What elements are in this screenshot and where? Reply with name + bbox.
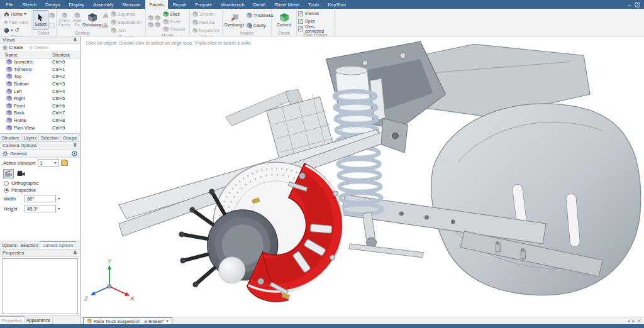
camera-tool-button[interactable] [3,169,14,178]
help-icon[interactable]: ? [635,2,640,8]
shell-button[interactable]: Shell [162,10,187,18]
shrinkwrap-button[interactable]: Shrinkwrap [83,10,102,30]
panel-tab[interactable]: Views [79,134,80,141]
thickness-button[interactable]: Thickness [245,11,275,19]
menu-tab[interactable]: Prepare [191,0,216,9]
menu-tab[interactable]: Facets [145,0,169,9]
panel-tab[interactable]: Options - Selection [0,241,40,249]
modify-cube-icon[interactable] [155,22,160,28]
menu-tab[interactable]: Workbench [216,0,249,9]
pin-icon[interactable] [73,143,77,148]
select-tool-button[interactable]: Select [33,10,48,30]
panel-tab[interactable]: Layers [22,134,39,141]
options-help-icon[interactable] [72,151,77,156]
home-view-button[interactable]: Home [3,10,30,18]
modify-cube-icon[interactable] [148,22,153,28]
edge-display-checkbox[interactable]: Over-connected [298,25,333,32]
organize-button[interactable]: Separate [109,10,144,18]
properties-grid[interactable] [2,258,78,314]
pin-icon[interactable] [73,250,77,256]
menu-tab[interactable]: KeyShot [324,0,350,9]
orthographic-option[interactable]: Orthographic [0,180,80,187]
create-view-button[interactable]: Create [3,45,23,50]
delete-view-button[interactable]: Delete [28,45,48,50]
menu-tab[interactable]: Repair [168,0,191,9]
panel-tab[interactable]: Groups [61,134,79,141]
menu-tab[interactable]: File [1,0,18,9]
panel-tab[interactable]: Structure [0,134,22,141]
view-list-item[interactable]: Bottom Ctrl+3 [0,80,80,88]
scale-button[interactable]: Scale [162,18,187,25]
edge-display-checkbox[interactable]: Open [298,18,333,25]
views-list: Isometric Ctrl+0 Trimetric Ctrl+1 Top Ct… [0,58,80,133]
organize-button[interactable]: Separate All [109,18,144,26]
tab-close-icon[interactable]: ✕ [637,319,641,324]
convert-button[interactable]: Convert [273,10,295,30]
edge-display-checkbox[interactable]: Internal [298,10,333,17]
ribbon-group-adjust: Smooth Reduce Regularize Adjust [190,9,223,36]
view-list-item[interactable]: Right Ctrl+5 [0,95,80,102]
view-list-item[interactable]: Back Ctrl+7 [0,109,80,117]
menu-tab[interactable]: Tools [304,0,324,9]
document-tab[interactable]: Race Truck Suspension - w Brakes* [83,317,172,324]
video-camera-button[interactable] [16,169,26,178]
view-list-item[interactable]: Left Ctrl+4 [0,87,80,95]
radio-icon [4,181,9,186]
create-view-icon [3,45,8,50]
model-viewport[interactable]: Click an object. Double-click to select … [80,36,644,317]
thicken-button[interactable]: Thicken [162,25,187,33]
menu-tab[interactable]: Design [41,0,64,9]
column-header-shortcut[interactable]: Shortcut [52,52,77,58]
spin-tools[interactable]: ↺ [3,26,30,34]
select-filter-icon[interactable] [49,13,55,18]
menu-tab[interactable]: Measure [118,0,145,9]
camera-arrow-icon [4,170,13,177]
panel-tab[interactable]: Camera Options [40,241,76,249]
chevron-down-icon[interactable] [166,320,169,322]
width-input[interactable]: 80° [25,195,56,202]
organize-button[interactable]: Join [109,26,144,34]
adjust-button[interactable]: Reduce [191,18,221,26]
view-list-item[interactable]: Top Ctrl+2 [0,73,80,80]
general-section-label[interactable]: General [10,151,27,156]
viewport-layout-icon[interactable] [61,160,68,166]
view-list-item[interactable]: Plan View Ctrl+9 [0,124,80,131]
scale-icon [163,19,169,25]
cavity-button[interactable]: Cavity [245,21,275,29]
height-input[interactable]: 45.3° [25,205,56,212]
width-spinner-icon[interactable] [58,198,60,200]
menu-tab[interactable]: Display [64,0,89,9]
modify-cube-icon[interactable] [155,15,160,21]
panel-tab[interactable]: Appearance [25,316,53,324]
menu-tab[interactable]: Detail [249,0,270,9]
ribbon-group-edge-display: Internal Open Over-connected Edge Displa… [297,9,335,36]
ribbon-group-cleanup: Check Facets Auto Fix Shrinkwrap Cleanup [57,9,108,36]
plan-view-button[interactable]: Plan View [3,18,30,26]
menu-tab[interactable]: Sketch [18,0,41,9]
select-box-icon[interactable] [49,23,55,28]
shell-icon [163,11,169,17]
adjust-button[interactable]: Smooth [191,10,221,18]
auto-fix-button[interactable]: Auto Fix [72,10,82,30]
menu-tab[interactable]: Assembly [89,0,118,9]
view-list-item[interactable]: Front Ctrl+6 [0,102,80,110]
pin-icon[interactable] [73,37,77,43]
active-viewport-select[interactable]: 1 [38,159,59,167]
panel-tab[interactable]: Properties [0,316,25,324]
perspective-option[interactable]: Perspective [0,187,80,194]
spin-icon[interactable]: ↺ [14,28,19,33]
check-facets-button[interactable]: Check Facets [58,10,71,30]
tab-scroll-right-icon[interactable]: ▸ [633,319,635,324]
modify-cube-icon[interactable] [148,15,153,21]
panel-tab[interactable]: Selection [39,134,61,141]
view-list-item[interactable]: Isometric Ctrl+0 [0,58,80,66]
minimize-ribbon-icon[interactable]: – [628,2,631,8]
adjust-button[interactable]: Regularize [191,26,221,34]
tab-scroll-left-icon[interactable]: ◂ [628,319,630,324]
menu-tab[interactable]: Sheet Metal [270,0,304,9]
column-header-name[interactable]: Name [5,52,52,58]
height-spinner-icon[interactable] [58,208,60,210]
view-list-item[interactable]: Home Ctrl+8 [0,117,80,124]
view-list-item[interactable]: Trimetric Ctrl+1 [0,66,80,74]
overhangs-button[interactable]: Overhangs [224,10,245,30]
